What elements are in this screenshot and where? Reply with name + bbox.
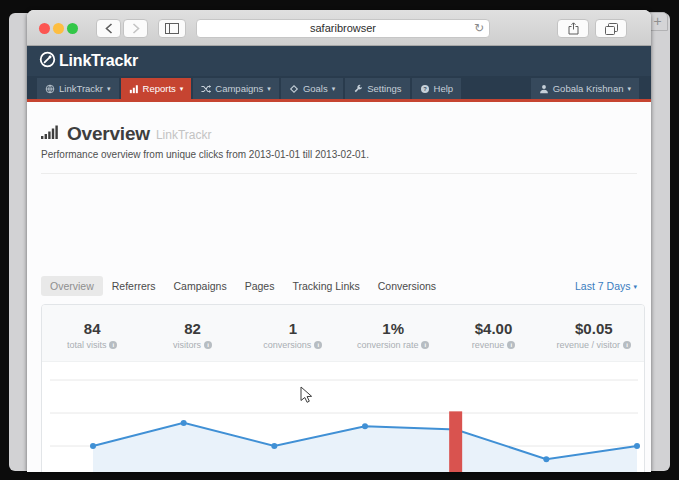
globe-icon — [45, 84, 55, 94]
share-icon[interactable] — [557, 19, 589, 38]
data-point[interactable] — [634, 443, 640, 449]
stat-value: 84 — [84, 320, 101, 337]
reload-icon[interactable]: ↻ — [474, 20, 484, 37]
nav-item-goals[interactable]: Goals ▾ — [281, 78, 343, 99]
data-point[interactable] — [181, 420, 187, 426]
stat-revenue-visitor: $0.05 revenue / visitor i — [544, 305, 644, 361]
stat-conversion-rate: 1% conversion rate i — [343, 305, 443, 361]
page-subtitle: Performance overview from unique clicks … — [41, 149, 637, 160]
area-fill — [93, 423, 637, 472]
stat-value: $4.00 — [475, 320, 513, 337]
stat-value: 1% — [382, 320, 404, 337]
linktrackr-logo-icon — [39, 51, 56, 72]
tab-campaigns[interactable]: Campaigns — [165, 276, 236, 296]
logo-text: LinkTrackr — [59, 52, 138, 70]
site-header: LinkTrackr — [27, 46, 651, 76]
data-point[interactable] — [362, 423, 368, 429]
info-icon[interactable]: i — [109, 341, 117, 349]
tab-referrers[interactable]: Referrers — [103, 276, 165, 296]
show-tabs-icon[interactable] — [595, 19, 627, 38]
zoom-window-button[interactable] — [67, 23, 78, 34]
tab-overview[interactable]: Overview — [41, 276, 103, 296]
site-nav: LinkTrackr ▾ Reports ▾ Campaigns ▾ Goals… — [27, 76, 651, 99]
back-button[interactable] — [96, 19, 121, 38]
sidebar-toggle-icon[interactable] — [158, 19, 186, 38]
diamond-icon — [289, 84, 299, 94]
date-range-select[interactable]: Last 7 Days ▾ — [575, 280, 637, 292]
page-title-suffix: LinkTrackr — [156, 128, 212, 142]
nav-item-help[interactable]: ? Help — [412, 78, 462, 99]
data-point[interactable] — [543, 456, 549, 462]
nav-item-campaigns[interactable]: Campaigns ▾ — [193, 78, 279, 99]
caret-down-icon: ▾ — [107, 85, 111, 93]
tab-tracking-links[interactable]: Tracking Links — [283, 276, 368, 296]
report-tabs: OverviewReferrersCampaignsPagesTracking … — [41, 275, 637, 297]
header-divider — [41, 173, 637, 174]
user-icon — [539, 84, 549, 94]
nav-item-linktrackr[interactable]: LinkTrackr ▾ — [37, 78, 119, 99]
address-bar[interactable]: safaribrowser ↻ — [196, 19, 490, 38]
stat-label: revenue — [472, 340, 505, 350]
overview-panel: 84 total visits i 82 visitors i 1 conver… — [41, 304, 645, 472]
stat-label: conversions — [263, 340, 311, 350]
date-range-label: Last 7 Days — [575, 280, 630, 292]
shuffle-icon — [201, 84, 211, 94]
tab-conversions[interactable]: Conversions — [369, 276, 445, 296]
stat-label: revenue / visitor — [557, 340, 621, 350]
stat-label: visitors — [173, 340, 201, 350]
visits-chart[interactable]: 23-Aug24-Aug25-Aug26-Aug27-Aug28-Aug29-A… — [42, 361, 644, 472]
caret-down-icon: ▾ — [627, 85, 631, 93]
page-content: Overview LinkTrackr Performance overview… — [27, 102, 651, 472]
forward-button[interactable] — [123, 19, 148, 38]
nav-item-settings[interactable]: Settings — [345, 78, 409, 99]
safari-window: safaribrowser ↻ LinkTrackr LinkTrackr — [27, 10, 651, 472]
data-point[interactable] — [90, 443, 96, 449]
caret-down-icon: ▾ — [633, 283, 637, 291]
address-text: safaribrowser — [197, 20, 489, 37]
wrench-icon — [353, 84, 363, 94]
mouse-cursor — [301, 387, 312, 402]
user-label: Gobala Krishnan — [553, 83, 624, 94]
browser-titlebar: safaribrowser ↻ — [27, 10, 651, 46]
user-menu[interactable]: Gobala Krishnan ▾ — [531, 78, 639, 99]
info-icon[interactable]: i — [314, 341, 322, 349]
linktrackr-logo[interactable]: LinkTrackr — [39, 51, 138, 72]
info-icon[interactable]: i — [623, 341, 631, 349]
stat-revenue: $4.00 revenue i — [443, 305, 543, 361]
info-icon[interactable]: i — [507, 341, 515, 349]
stats-row-top: 84 total visits i 82 visitors i 1 conver… — [42, 305, 644, 361]
stat-conversions: 1 conversions i — [243, 305, 343, 361]
stat-value: 82 — [184, 320, 201, 337]
page-head: Overview LinkTrackr Performance overview… — [27, 102, 651, 174]
caret-down-icon: ▾ — [267, 85, 271, 93]
page-title: Overview — [67, 123, 150, 145]
tab-pages[interactable]: Pages — [236, 276, 284, 296]
data-point[interactable] — [271, 443, 277, 449]
stat-value: $0.05 — [575, 320, 613, 337]
stat-label: conversion rate — [357, 340, 419, 350]
minimize-window-button[interactable] — [53, 23, 64, 34]
conversion-bar[interactable] — [449, 411, 462, 472]
stat-value: 1 — [289, 320, 297, 337]
close-window-button[interactable] — [39, 23, 50, 34]
stat-total-visits: 84 total visits i — [42, 305, 142, 361]
stat-visitors: 82 visitors i — [142, 305, 242, 361]
stat-label: total visits — [67, 340, 107, 350]
nav-item-reports[interactable]: Reports ▾ — [121, 78, 192, 99]
screenshot-frame: + safaribrowser ↻ — [0, 0, 679, 480]
svg-text:?: ? — [423, 86, 427, 92]
caret-down-icon: ▾ — [180, 85, 184, 93]
bar-chart-icon — [41, 125, 61, 143]
info-icon[interactable]: i — [204, 341, 212, 349]
help-icon: ? — [420, 84, 430, 94]
info-icon[interactable]: i — [421, 341, 429, 349]
caret-down-icon: ▾ — [332, 85, 336, 93]
chart-icon — [129, 84, 139, 94]
